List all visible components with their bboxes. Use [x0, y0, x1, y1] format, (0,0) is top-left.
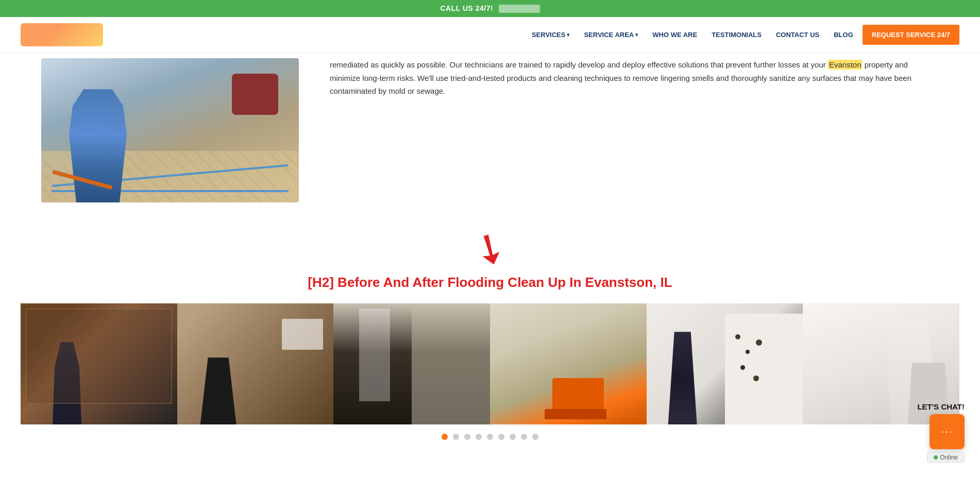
carousel-dots	[0, 434, 980, 440]
gallery-item-3	[333, 303, 490, 424]
service-area-chevron-icon: ▾	[635, 32, 638, 38]
header: SERVICES ▾ SERVICE AREA ▾ WHO WE ARE TES…	[0, 17, 980, 53]
dot-2[interactable]	[453, 434, 459, 440]
chat-dots-icon: ···	[941, 425, 953, 438]
highlight-evanston: Evanston	[828, 60, 863, 70]
dot-5[interactable]	[487, 434, 493, 440]
photo-gallery	[0, 303, 980, 424]
nav-blog[interactable]: BLOG	[829, 28, 858, 42]
right-text-section: remediated as quickly as possible. Our t…	[330, 58, 939, 103]
nav-who-we-are[interactable]: WHO WE ARE	[647, 28, 702, 42]
gallery-item-1	[21, 303, 177, 424]
gallery-item-4	[490, 303, 647, 424]
chat-button[interactable]: ···	[930, 414, 965, 449]
logo[interactable]	[21, 23, 103, 46]
nav-services[interactable]: SERVICES ▾	[527, 28, 575, 42]
dot-7[interactable]	[510, 434, 516, 440]
chat-label: LET'S CHAT!	[917, 402, 965, 411]
before-after-heading: [H2] Before And After Flooding Clean Up …	[0, 275, 980, 291]
dot-1[interactable]	[442, 434, 448, 440]
online-status: Online	[927, 452, 965, 455]
arrow-section: ➘	[0, 228, 980, 269]
content-paragraph: remediated as quickly as possible. Our t…	[330, 58, 939, 98]
dot-6[interactable]	[498, 434, 504, 440]
phone-number-placeholder	[499, 5, 540, 13]
gallery-item-5	[647, 303, 803, 424]
left-image-section	[41, 58, 299, 202]
navigation: SERVICES ▾ SERVICE AREA ▾ WHO WE ARE TES…	[527, 25, 959, 45]
call-us-text: CALL US 24/7!	[440, 4, 493, 12]
dot-9[interactable]	[532, 434, 538, 440]
top-bar: CALL US 24/7!	[0, 0, 980, 17]
nav-testimonials[interactable]: TESTIMONIALS	[706, 28, 767, 42]
dot-8[interactable]	[521, 434, 527, 440]
dot-4[interactable]	[476, 434, 482, 440]
down-arrow-icon: ➘	[465, 223, 515, 276]
dot-3[interactable]	[464, 434, 470, 440]
gallery-item-2	[177, 303, 334, 424]
services-chevron-icon: ▾	[567, 32, 569, 38]
nav-service-area[interactable]: SERVICE AREA ▾	[579, 28, 643, 42]
chat-widget: LET'S CHAT! ··· Online	[917, 402, 965, 455]
nav-contact-us[interactable]: CONTACT US	[771, 28, 824, 42]
request-service-button[interactable]: REQUEST SERVICE 24/7	[863, 25, 959, 45]
work-photo	[41, 58, 299, 202]
main-content: remediated as quickly as possible. Our t…	[0, 58, 980, 218]
